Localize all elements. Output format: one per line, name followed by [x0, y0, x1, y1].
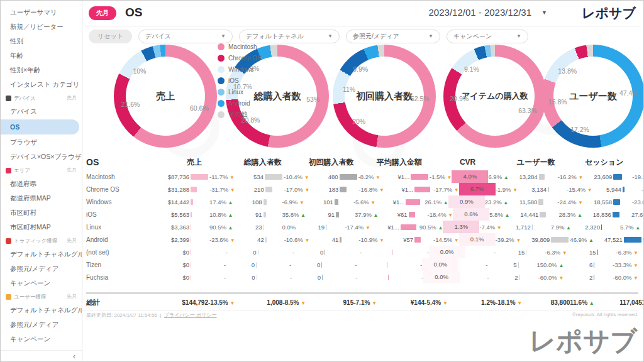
- os-cell: Linux: [86, 224, 160, 231]
- sidebar-item-[interactable]: 年齢: [1, 48, 82, 63]
- sidebar-item-map[interactable]: 都道府県MAP: [1, 191, 82, 206]
- table-total-row: 総計$144,792-13.5% ▼1,008-8.5% ▼915-7.1% ▼…: [86, 294, 638, 310]
- legend-swatch: [218, 55, 225, 62]
- value-cell: 18,836: [582, 211, 611, 218]
- down-arrow-icon: ▼: [454, 238, 459, 243]
- total-delta: -18.1% ▼: [496, 299, 522, 306]
- sidebar-item-[interactable]: ユーザーサマリ: [1, 5, 82, 19]
- delta-cell: -10.6% ▼: [284, 236, 310, 243]
- cvr-heat-cell: 0.9%: [448, 195, 485, 208]
- down-arrow-icon: ▼: [443, 300, 448, 306]
- table-row[interactable]: (not set)$0-0-0--0.0%-15-6.3% ▼15-6.3% ▼: [86, 246, 638, 258]
- value-bar: [340, 237, 341, 243]
- table-row[interactable]: Linux$3,36390.5% ▲230.0%19-17.4% ▼¥1...9…: [86, 221, 638, 233]
- donut-title: アイテムの購入数: [462, 90, 528, 102]
- slice-label: 11%: [343, 85, 355, 93]
- value-cell: 0: [292, 274, 321, 281]
- down-arrow-icon: ▼: [304, 187, 309, 193]
- down-arrow-icon: ▼: [454, 187, 459, 193]
- column-header-1[interactable]: 売上: [160, 154, 229, 170]
- column-header-2[interactable]: 総購入者数: [229, 154, 297, 170]
- donut-title: ユーザー数: [569, 90, 617, 102]
- os-cell: Tizen: [86, 261, 160, 268]
- sidebar-item-[interactable]: キャンペーン: [1, 332, 82, 346]
- sidebar-item-[interactable]: 都道府県: [1, 177, 82, 191]
- cvr-heat-cell: 0.1%: [459, 233, 496, 246]
- sidebar-item-[interactable]: デバイス: [1, 104, 82, 119]
- cvr-heat-cell: 0.0%: [429, 246, 465, 258]
- delta-cell: -60.0% ▼: [538, 274, 564, 281]
- legend-swatch: [218, 89, 225, 96]
- table-row[interactable]: Windows$14,44217.4% ▲108-6.9% ▼101-5.6% …: [86, 195, 638, 208]
- value-cell: 41: [309, 236, 338, 243]
- value-bar: [539, 174, 545, 180]
- down-arrow-icon: ▼: [230, 175, 235, 180]
- cvr-heat-cell: 1.3%: [443, 221, 479, 233]
- value-cell: 91: [306, 211, 335, 218]
- table-row[interactable]: Macintosh$87,736-11.7% ▼534-10.4% ▼480-8…: [86, 170, 638, 183]
- column-header-3[interactable]: 初回購入者数: [297, 154, 365, 170]
- down-arrow-icon: ▼: [301, 300, 306, 306]
- sidebar-item-[interactable]: 性別: [1, 34, 82, 48]
- sidebar-item-os[interactable]: OS: [1, 119, 79, 134]
- privacy-policy-link[interactable]: プライバシー ポリシー: [164, 312, 217, 318]
- table-row[interactable]: Android$2,399-23.6% ▼42-10.6% ▼41-10.9% …: [86, 233, 638, 246]
- table-row[interactable]: iOS$5,56310.8% ▲9135.8% ▲9137.9% ▲¥61-18…: [86, 208, 638, 221]
- column-header-0[interactable]: OS: [86, 154, 160, 170]
- delta-cell: -17.4% ▼: [345, 224, 370, 231]
- sidebar-item-[interactable]: 市区町村: [1, 206, 82, 220]
- column-header-5[interactable]: CVR: [433, 154, 502, 170]
- value-bar: [601, 224, 602, 230]
- sidebar-item-[interactable]: インタレスト カテゴリ: [1, 77, 82, 92]
- delta-cell: -: [407, 274, 424, 281]
- sidebar-item-[interactable]: ブラウザ: [1, 135, 82, 150]
- date-range-picker[interactable]: 2023/12/01 - 2023/12/31: [429, 7, 531, 18]
- sidebar-item-[interactable]: デフォルトチャネルグループ: [1, 247, 82, 261]
- value-bar: [325, 250, 325, 255]
- charts-area: MacintoshChrome OSWindowsiOSLinuxAndroid…: [82, 40, 644, 153]
- sidebar-item-map[interactable]: 市区町村MAP: [1, 220, 82, 234]
- value-cell: 15: [567, 249, 596, 256]
- down-arrow-icon: ▼: [304, 238, 309, 243]
- value-bar: [406, 199, 420, 205]
- car-icon: [6, 238, 11, 244]
- table-row[interactable]: Fuchsia$0-0-0--0.0%-2-60.0% ▼2-60.0% ▼: [86, 271, 638, 283]
- value-cell: ¥61: [379, 211, 408, 218]
- delta-cell: 27.6% ▲: [631, 211, 644, 218]
- sidebar-item-os[interactable]: デバイス×OS×ブラウザ: [1, 150, 82, 164]
- sidebar-collapse-button[interactable]: ‹: [1, 350, 82, 362]
- column-header-6[interactable]: ユーザー数: [502, 154, 570, 170]
- sidebar-item-[interactable]: デフォルトチャネルグループ: [1, 303, 82, 317]
- donut-title: 売上: [156, 90, 175, 102]
- legend-item: Windows: [218, 63, 262, 75]
- table-row[interactable]: Tizen$0-0-0--0.0%-5150.0% ▲6-33.3% ▼: [86, 258, 638, 271]
- slice-label: 9.1%: [464, 65, 479, 73]
- value-bar: [336, 212, 339, 217]
- value-bar: [623, 187, 625, 192]
- value-bar: [191, 224, 191, 230]
- value-cell: $14,442: [160, 199, 189, 206]
- delta-cell: -: [460, 274, 489, 281]
- chevron-down-icon[interactable]: ▼: [541, 9, 547, 16]
- period-badge[interactable]: 先月: [89, 6, 116, 20]
- sidebar-item-[interactable]: キャンペーン: [1, 276, 82, 290]
- sidebar-item-[interactable]: 参照元/メディア: [1, 261, 82, 276]
- value-cell: ¥57: [384, 236, 413, 243]
- column-header-4[interactable]: 平均購入金額: [365, 154, 434, 170]
- map-icon: [6, 168, 11, 173]
- legend-swatch: [218, 66, 225, 73]
- delta-cell: -19.5% ▼: [641, 186, 644, 193]
- total-value: 1,008: [235, 299, 282, 306]
- delta-cell: -39.2% ▼: [496, 236, 521, 243]
- value-cell: 0: [226, 274, 255, 281]
- value-cell: 0: [226, 261, 255, 268]
- down-arrow-icon: ▼: [375, 175, 380, 180]
- total-label: 総計: [86, 298, 160, 307]
- table-row[interactable]: Chrome OS$31,288-31.7% ▼210-17.0% ▼183-1…: [86, 183, 638, 195]
- sidebar-item-[interactable]: 参照元/メディア: [1, 317, 82, 332]
- sidebar-item-[interactable]: 新規／リピーター: [1, 19, 82, 34]
- sidebar-item-[interactable]: 性別×年齢: [1, 63, 82, 77]
- down-arrow-icon: ▼: [516, 238, 521, 243]
- column-header-7[interactable]: セッション: [570, 154, 638, 170]
- value-cell: ¥1...: [380, 173, 409, 180]
